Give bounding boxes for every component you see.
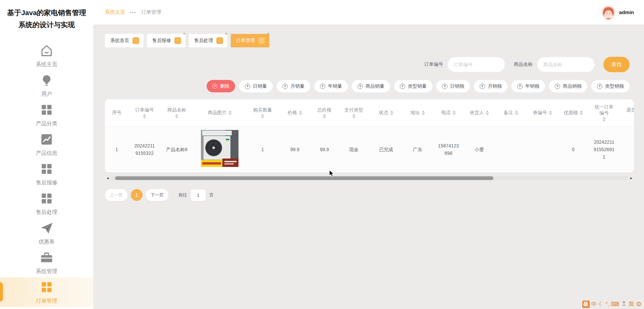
sidebar-item-order-management[interactable]: 订单管理 (0, 277, 93, 307)
type-sales-amount-button[interactable]: ¥ 类型销额 (591, 80, 630, 92)
ime-moon-icon[interactable]: ☾ (599, 301, 604, 308)
yearly-sales-volume-button[interactable]: ¥ 年销量 (314, 80, 348, 92)
page-number-1[interactable]: 1 (131, 189, 143, 201)
product-sales-volume-button[interactable]: ¥ 商品销量 (352, 80, 390, 92)
orders-table: 序号 订单编号 商品名称 商品图片 购买数量 (105, 99, 634, 172)
yen-circle-icon: ¥ (517, 84, 523, 89)
column-header-remark[interactable]: 备注 (495, 99, 527, 126)
app-title-line1: 基于Java的家电销售管理 (6, 7, 87, 19)
ime-simplified-icon[interactable]: 简 (629, 300, 634, 308)
horizontal-scrollbar: ◀ ▶ (105, 175, 634, 181)
ime-gear-icon[interactable]: ⚙ (636, 300, 642, 308)
grid-icon (39, 102, 54, 119)
product-name-input[interactable] (537, 57, 595, 72)
sidebar-item-system-management[interactable]: 系统管理 (0, 248, 93, 277)
column-header-price[interactable]: 价格 (279, 99, 311, 126)
column-header-receiver[interactable]: 收货人 (464, 99, 495, 126)
app-title: 基于Java的家电销售管理 系统的设计与实现 (0, 0, 93, 31)
sidebar-item-aftersales-repair[interactable]: 售后报修 (0, 159, 93, 189)
sort-icon[interactable] (422, 111, 425, 115)
scroll-right-icon[interactable]: ▶ (629, 177, 634, 180)
column-header-address[interactable]: 地址 (402, 99, 433, 126)
sort-icon[interactable] (452, 111, 456, 115)
sort-icon[interactable] (602, 117, 606, 122)
sidebar-item-product-category[interactable]: 产品分类 (0, 100, 93, 130)
monthly-sales-amount-button[interactable]: ¥ 月销额 (474, 80, 507, 92)
column-header-pay-type[interactable]: 支付类型 (338, 99, 370, 126)
avatar[interactable] (601, 5, 615, 19)
next-page-button[interactable]: 下一页 (146, 189, 168, 201)
ime-person-icon[interactable] (621, 300, 627, 308)
sidebar-item-product-info[interactable]: 产品信息 (0, 130, 93, 159)
column-header-product-name[interactable]: 商品名称 (161, 99, 193, 126)
cell-address: 广东 (402, 127, 433, 172)
column-header-refund-status[interactable]: 退货状态 (620, 99, 634, 126)
ime-keyboard-icon[interactable]: ⌨ (611, 301, 619, 308)
column-header-order-no[interactable]: 订单编号 (128, 99, 161, 126)
daily-sales-amount-button[interactable]: ¥ 日销额 (436, 80, 470, 92)
sidebar-menu: 系统主页 用户 产品分类 (0, 41, 93, 307)
close-icon[interactable]: × (224, 31, 228, 37)
close-icon[interactable]: × (182, 31, 186, 37)
sidebar-item-label: 售后报修 (36, 179, 57, 186)
button-label: 月销量 (290, 83, 305, 89)
column-header-product-image[interactable]: 商品图片 (193, 99, 247, 126)
breadcrumb-current: 订单管理 (141, 9, 161, 15)
tab-label: 售后报修 (152, 38, 171, 44)
breadcrumb-home[interactable]: 系统主页 (105, 9, 125, 15)
sort-icon[interactable] (580, 111, 583, 115)
column-header-discount[interactable]: 优惠额 (558, 99, 589, 126)
type-sales-volume-button[interactable]: ¥ 类型销量 (394, 80, 432, 92)
column-header-coupon-no[interactable]: 券编号 (527, 99, 558, 126)
sidebar-item-users[interactable]: 用户 (0, 71, 93, 100)
sort-icon[interactable] (486, 111, 489, 115)
sort-icon[interactable] (390, 111, 393, 115)
table-row[interactable]: 1 202422119155322 产品名称8 (105, 126, 634, 172)
sort-icon[interactable] (549, 111, 552, 115)
ime-punctuation-icon[interactable]: °, (605, 301, 609, 308)
sort-icon[interactable] (143, 114, 146, 119)
sort-icon[interactable] (352, 114, 356, 119)
sidebar-item-home[interactable]: 系统主页 (0, 41, 93, 71)
scrollbar-track[interactable] (110, 176, 629, 180)
scroll-left-icon[interactable]: ◀ (105, 177, 110, 180)
monthly-sales-volume-button[interactable]: ¥ 月销量 (277, 80, 310, 92)
order-no-input[interactable] (447, 57, 505, 72)
tab-aftersales-handle[interactable]: 售后处理 ♡ × (189, 34, 227, 47)
sidebar-item-coupons[interactable]: 优惠券 (0, 218, 93, 248)
button-label: 日销额 (450, 83, 464, 89)
product-image[interactable] (201, 130, 238, 169)
yen-circle-icon: ¥ (555, 84, 560, 89)
column-label: 电话 (441, 110, 451, 116)
column-header-quantity[interactable]: 购买数量 (247, 99, 279, 126)
close-icon[interactable]: × (266, 31, 270, 37)
tab-aftersales-repair[interactable]: 售后报修 ♡ × (147, 34, 185, 47)
user-menu[interactable]: admin (601, 5, 634, 19)
search-button[interactable]: 查找 (603, 57, 630, 72)
yearly-sales-amount-button[interactable]: ¥ 年销额 (512, 80, 545, 92)
scrollbar-thumb[interactable] (115, 176, 493, 180)
ime-chinese-mode-icon[interactable]: 中 (591, 300, 597, 308)
column-header-total-price[interactable]: 总价格 (311, 99, 338, 126)
daily-sales-volume-button[interactable]: ¥ 日销量 (239, 80, 273, 92)
sort-icon[interactable] (175, 114, 178, 119)
sort-icon[interactable] (299, 111, 302, 115)
tab-order-management[interactable]: 订单管理 ♡ × (231, 34, 269, 47)
ime-logo-icon[interactable]: 极 (582, 301, 590, 308)
column-header-status[interactable]: 状态 (370, 99, 402, 126)
tab-system-home[interactable]: 系统首页 ♡ (105, 34, 144, 47)
product-sales-amount-button[interactable]: ¥ 商品销额 (549, 80, 587, 92)
tab-label: 订单管理 (236, 38, 255, 44)
sidebar-item-aftersales-handle[interactable]: 售后处理 (0, 189, 93, 218)
search-bar: 订单编号 商品名称 查找 (93, 57, 630, 72)
goto-page-input[interactable] (191, 189, 206, 201)
column-header-unified-order-no[interactable]: 统一订单编号 (589, 99, 620, 126)
sort-icon[interactable] (261, 114, 264, 119)
delete-button[interactable]: ✕ 删除 (207, 80, 235, 92)
sort-icon[interactable] (515, 111, 518, 115)
cell-product-name: 产品名称8 (161, 127, 193, 172)
sort-icon[interactable] (228, 111, 232, 115)
sort-icon[interactable] (323, 114, 326, 119)
column-header-phone[interactable]: 电话 (433, 99, 464, 126)
prev-page-button[interactable]: 上一页 (105, 189, 127, 201)
